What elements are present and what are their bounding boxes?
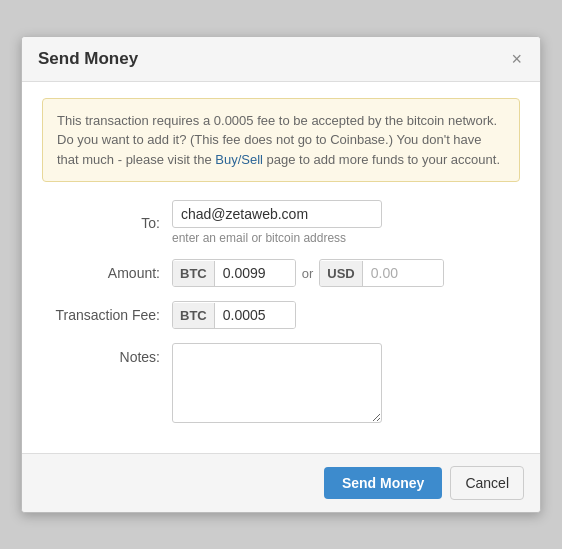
dialog-footer: Send Money Cancel <box>22 453 540 512</box>
notice-box: This transaction requires a 0.0005 fee t… <box>42 98 520 183</box>
or-text: or <box>302 266 314 281</box>
amount-label: Amount: <box>42 265 172 281</box>
send-money-button[interactable]: Send Money <box>324 467 442 499</box>
send-money-dialog: Send Money × This transaction requires a… <box>21 36 541 514</box>
buy-sell-link[interactable]: Buy/Sell <box>215 152 263 167</box>
notes-label: Notes: <box>42 343 172 365</box>
usd-currency-label: USD <box>320 261 362 286</box>
dialog-title: Send Money <box>38 49 138 69</box>
fee-row: Transaction Fee: BTC <box>42 301 520 329</box>
btc-amount-input[interactable] <box>215 260 295 286</box>
amount-row: Amount: BTC or USD <box>42 259 520 287</box>
btc-currency-label: BTC <box>173 261 215 286</box>
to-input[interactable] <box>172 200 382 228</box>
fee-currency-label: BTC <box>173 303 215 328</box>
notes-textarea[interactable] <box>172 343 382 423</box>
to-field-group: enter an email or bitcoin address <box>172 200 382 245</box>
usd-amount-input[interactable] <box>363 260 443 286</box>
to-row: To: enter an email or bitcoin address <box>42 200 520 245</box>
close-button[interactable]: × <box>509 50 524 68</box>
fee-input[interactable] <box>215 302 295 328</box>
amount-group: BTC or USD <box>172 259 444 287</box>
fee-wrap: BTC <box>172 301 296 329</box>
notes-row: Notes: <box>42 343 520 423</box>
to-hint: enter an email or bitcoin address <box>172 231 382 245</box>
usd-amount-wrap: USD <box>319 259 443 287</box>
to-label: To: <box>42 215 172 231</box>
dialog-body: This transaction requires a 0.0005 fee t… <box>22 82 540 454</box>
dialog-header: Send Money × <box>22 37 540 82</box>
notice-text: This transaction requires a 0.0005 fee t… <box>57 113 500 167</box>
fee-label: Transaction Fee: <box>42 307 172 323</box>
btc-amount-wrap: BTC <box>172 259 296 287</box>
cancel-button[interactable]: Cancel <box>450 466 524 500</box>
